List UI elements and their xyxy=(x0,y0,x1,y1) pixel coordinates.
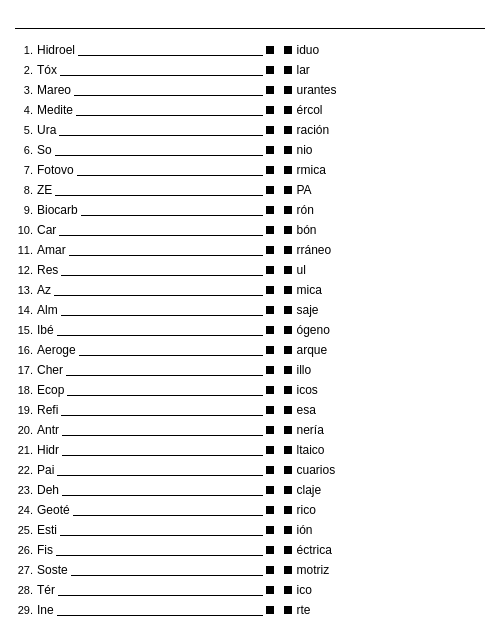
row-number: 18. xyxy=(15,384,37,396)
row-number: 25. xyxy=(15,524,37,536)
right-suffix: ul xyxy=(297,263,306,277)
row-number: 6. xyxy=(15,144,37,156)
row-square xyxy=(266,346,274,354)
right-square xyxy=(284,586,292,594)
right-suffix: rmica xyxy=(297,163,326,177)
row-square xyxy=(266,226,274,234)
row-number: 4. xyxy=(15,104,37,116)
right-suffix: arque xyxy=(297,343,328,357)
row-line xyxy=(57,604,263,616)
row-square xyxy=(266,186,274,194)
row-line xyxy=(67,384,262,396)
row-prefix: Ine xyxy=(37,603,54,617)
right-square xyxy=(284,126,292,134)
right-suffix: rón xyxy=(297,203,314,217)
row-square xyxy=(266,166,274,174)
right-square xyxy=(284,606,292,614)
right-suffix: mica xyxy=(297,283,322,297)
row-prefix: Mareo xyxy=(37,83,71,97)
right-row: arque xyxy=(284,341,486,358)
row-prefix: Antr xyxy=(37,423,59,437)
left-row: 3.Mareo xyxy=(15,81,274,98)
right-square xyxy=(284,486,292,494)
row-line xyxy=(79,344,263,356)
row-prefix: Ura xyxy=(37,123,56,137)
row-square xyxy=(266,286,274,294)
row-prefix: Fotovo xyxy=(37,163,74,177)
right-suffix: urantes xyxy=(297,83,337,97)
right-suffix: ico xyxy=(297,583,312,597)
row-square xyxy=(266,506,274,514)
row-prefix: Tér xyxy=(37,583,55,597)
row-number: 22. xyxy=(15,464,37,476)
right-square xyxy=(284,186,292,194)
row-line xyxy=(55,144,263,156)
right-row: nio xyxy=(284,141,486,158)
right-square xyxy=(284,106,292,114)
right-suffix: claje xyxy=(297,483,322,497)
row-number: 5. xyxy=(15,124,37,136)
left-row: 18.Ecop xyxy=(15,381,274,398)
right-row: esa xyxy=(284,401,486,418)
left-row: 7.Fotovo xyxy=(15,161,274,178)
row-line xyxy=(61,264,262,276)
right-row: ógeno xyxy=(284,321,486,338)
row-prefix: Ibé xyxy=(37,323,54,337)
row-prefix: ZE xyxy=(37,183,52,197)
row-line xyxy=(76,104,262,116)
left-column: 1.Hidroel2.Tóx3.Mareo4.Medite5.Ura6.So7.… xyxy=(15,41,274,621)
row-number: 23. xyxy=(15,484,37,496)
row-number: 21. xyxy=(15,444,37,456)
right-square xyxy=(284,366,292,374)
row-square xyxy=(266,326,274,334)
row-number: 27. xyxy=(15,564,37,576)
row-line xyxy=(59,124,262,136)
left-row: 24.Geoté xyxy=(15,501,274,518)
row-square xyxy=(266,426,274,434)
left-row: 6.So xyxy=(15,141,274,158)
row-line xyxy=(60,64,262,76)
row-line xyxy=(74,84,262,96)
left-row: 28.Tér xyxy=(15,581,274,598)
right-square xyxy=(284,166,292,174)
row-line xyxy=(78,44,262,56)
row-number: 28. xyxy=(15,584,37,596)
right-row: iduo xyxy=(284,41,486,58)
row-number: 13. xyxy=(15,284,37,296)
row-number: 15. xyxy=(15,324,37,336)
row-square xyxy=(266,446,274,454)
right-row: nería xyxy=(284,421,486,438)
left-row: 19.Refi xyxy=(15,401,274,418)
row-square xyxy=(266,406,274,414)
left-row: 10.Car xyxy=(15,221,274,238)
right-square xyxy=(284,466,292,474)
left-row: 22.Pai xyxy=(15,461,274,478)
right-square xyxy=(284,146,292,154)
left-row: 1.Hidroel xyxy=(15,41,274,58)
right-suffix: motriz xyxy=(297,563,330,577)
row-number: 26. xyxy=(15,544,37,556)
row-square xyxy=(266,306,274,314)
row-line xyxy=(81,204,263,216)
right-row: ul xyxy=(284,261,486,278)
right-suffix: icos xyxy=(297,383,318,397)
left-row: 4.Medite xyxy=(15,101,274,118)
right-row: saje xyxy=(284,301,486,318)
row-number: 9. xyxy=(15,204,37,216)
row-prefix: Medite xyxy=(37,103,73,117)
left-row: 23.Deh xyxy=(15,481,274,498)
right-suffix: rico xyxy=(297,503,316,517)
right-square xyxy=(284,86,292,94)
right-square xyxy=(284,306,292,314)
row-line xyxy=(58,584,263,596)
row-line xyxy=(62,484,262,496)
right-square xyxy=(284,286,292,294)
left-row: 16.Aeroge xyxy=(15,341,274,358)
right-suffix: rráneo xyxy=(297,243,332,257)
row-line xyxy=(66,364,262,376)
row-prefix: So xyxy=(37,143,52,157)
row-square xyxy=(266,566,274,574)
right-row: cuarios xyxy=(284,461,486,478)
left-row: 11.Amar xyxy=(15,241,274,258)
row-line xyxy=(69,244,263,256)
